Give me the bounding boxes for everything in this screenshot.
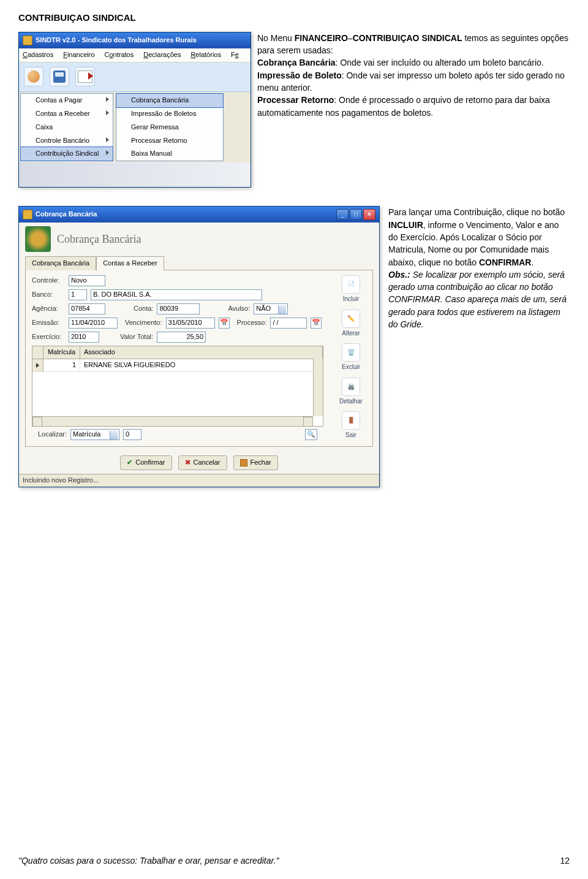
- tabs: Cobrança Bancária Contas a Receber: [19, 256, 379, 270]
- date-picker-button[interactable]: 📅: [219, 318, 230, 329]
- sair-button[interactable]: 🚪Sair: [333, 411, 369, 440]
- table-row[interactable]: 1 ERNANE SILVA FIGUEIREDO: [32, 359, 323, 372]
- avulso-select[interactable]: NÃO: [254, 303, 288, 314]
- menu-relatorios[interactable]: Relatórios: [190, 50, 221, 60]
- row-indicator-icon: [32, 359, 43, 371]
- processo-input[interactable]: / /: [270, 318, 307, 329]
- date-picker-button[interactable]: 📅: [311, 318, 322, 329]
- sindtr-window: SINDTR v2.0 - Sindicato dos Trabalhadore…: [18, 32, 251, 188]
- lbl-avulso: Avulso:: [228, 304, 250, 314]
- client-area: [19, 162, 251, 187]
- close-button[interactable]: ×: [363, 209, 375, 220]
- mi-caixa[interactable]: Caixa: [21, 121, 113, 134]
- valor-total-input[interactable]: 25,50: [157, 332, 206, 343]
- excluir-button[interactable]: 🗑️Excluir: [333, 343, 369, 372]
- confirmar-button[interactable]: ✔Confirmar: [120, 455, 172, 470]
- conta-input[interactable]: 80039: [157, 303, 200, 314]
- contribuicao-submenu: Cobrança Bancária Impressão de Boletos G…: [116, 93, 224, 162]
- check-icon: ✔: [127, 458, 132, 468]
- col-associado[interactable]: Associado: [80, 346, 323, 359]
- menu-fe[interactable]: Fe: [231, 50, 239, 60]
- mi-contas-a-receber[interactable]: Contas a Receber: [21, 107, 113, 121]
- incluir-button[interactable]: 📄Incluir: [333, 275, 369, 304]
- pencil-icon: ✏️: [347, 314, 355, 324]
- bottom-buttons: ✔Confirmar ✖Cancelar Fechar: [19, 452, 379, 473]
- mi-processar-retorno[interactable]: Processar Retorno: [116, 134, 223, 148]
- financeiro-submenu: Contas a Pagar Contas a Receber Caixa Co…: [20, 93, 113, 162]
- x-icon: ✖: [185, 458, 190, 468]
- col-matricula[interactable]: Matrícula: [43, 346, 80, 359]
- menu-contratos[interactable]: Contratos: [105, 50, 134, 60]
- toolbar-exit-button[interactable]: [75, 67, 95, 86]
- fechar-button[interactable]: Fechar: [233, 455, 278, 470]
- localizar-field-select[interactable]: Matrícula: [70, 429, 119, 440]
- header-title: Cobrança Bancária: [57, 231, 141, 247]
- mi-contas-a-pagar[interactable]: Contas a Pagar: [21, 94, 113, 107]
- header: Cobrança Bancária: [19, 223, 379, 256]
- search-button[interactable]: 🔍: [305, 429, 317, 440]
- mi-gerar-remessa[interactable]: Gerar Remessa: [116, 121, 223, 134]
- alterar-button[interactable]: ✏️Alterar: [333, 310, 369, 338]
- cell-matricula: 1: [43, 359, 80, 371]
- titlebar: SINDTR v2.0 - Sindicato dos Trabalhadore…: [19, 32, 251, 48]
- footer-quote: "Quatro coisas para o sucesso: Trabalhar…: [18, 854, 279, 867]
- toolbar: [19, 63, 251, 92]
- horizontal-scrollbar[interactable]: [32, 416, 313, 426]
- row-2: Cobrança Bancária _ □ × Cobrança Bancári…: [18, 206, 570, 487]
- lbl-conta: Conta:: [134, 304, 153, 314]
- mi-contribuicao-sindical[interactable]: Contribuição Sindical: [20, 146, 113, 161]
- form-area: Controle: Novo Banco: 1 B. DO BRASIL S.A…: [26, 270, 330, 446]
- scroll-right-button[interactable]: [303, 417, 313, 427]
- dropdown-menus: Contas a Pagar Contas a Receber Caixa Co…: [19, 92, 251, 163]
- window-body: Cobrança Bancária Cobrança Bancária Cont…: [19, 223, 379, 474]
- minimize-button[interactable]: _: [336, 209, 349, 220]
- banco-code-input[interactable]: 1: [69, 289, 87, 300]
- menu-cadastros[interactable]: Cadastros: [23, 50, 53, 60]
- lbl-vencimento: Vencimento:: [125, 318, 162, 328]
- grid-corner: [32, 346, 43, 359]
- app-icon: [23, 36, 32, 45]
- lbl-agencia: Agência:: [32, 304, 65, 314]
- maximize-button[interactable]: □: [350, 209, 362, 220]
- mi-cobranca-bancaria[interactable]: Cobrança Bancária: [116, 93, 224, 108]
- people-icon: [28, 70, 40, 83]
- menu-financeiro[interactable]: Financeiro: [63, 50, 94, 60]
- tab-panel: Controle: Novo Banco: 1 B. DO BRASIL S.A…: [25, 270, 373, 447]
- titlebar: Cobrança Bancária _ □ ×: [19, 207, 379, 223]
- toolbar-people-button[interactable]: [24, 67, 43, 86]
- controle-input[interactable]: Novo: [69, 275, 105, 286]
- chevron-right-icon: [106, 110, 109, 115]
- detalhar-button[interactable]: 🖨️Detalhar: [333, 378, 369, 406]
- plus-page-icon: 📄: [347, 280, 355, 289]
- window-title: Cobrança Bancária: [36, 210, 97, 219]
- exercicio-input[interactable]: 2010: [69, 332, 99, 343]
- cancelar-button[interactable]: ✖Cancelar: [178, 455, 227, 470]
- page-footer: "Quatro coisas para o sucesso: Trabalhar…: [18, 854, 570, 867]
- vertical-scrollbar[interactable]: [313, 359, 323, 416]
- banco-name-input[interactable]: B. DO BRASIL S.A.: [91, 289, 262, 300]
- scroll-left-button[interactable]: [32, 417, 42, 427]
- toolbar-save-button[interactable]: [50, 67, 69, 86]
- side-buttons: 📄Incluir ✏️Alterar 🗑️Excluir 🖨️Detalhar …: [330, 270, 372, 446]
- vencimento-input[interactable]: 31/05/2010: [166, 318, 215, 329]
- mi-baixa-manual[interactable]: Baixa Manual: [116, 147, 223, 161]
- document-page: CONTRIBUIÇAO SINDICAL SINDTR v2.0 - Sind…: [0, 0, 588, 879]
- mi-controle-bancario[interactable]: Controle Bancário: [21, 134, 113, 148]
- emissao-input[interactable]: 11/04/2010: [69, 318, 118, 329]
- window-title: SINDTR v2.0 - Sindicato dos Trabalhadore…: [36, 36, 197, 45]
- menu-declaracoes[interactable]: Declarações: [143, 50, 181, 60]
- str-logo-icon: [25, 226, 51, 252]
- tab-contas-a-receber[interactable]: Contas a Receber: [96, 256, 164, 270]
- printer-icon: 🖨️: [347, 382, 355, 392]
- lbl-localizar: Localizar:: [38, 430, 67, 440]
- description-1: No Menu FINANCEIRO–CONTRIBUIÇAO SINDICAL…: [257, 32, 570, 119]
- agencia-input[interactable]: 07854: [69, 303, 105, 314]
- section-title: CONTRIBUIÇAO SINDICAL: [18, 11, 570, 25]
- localizar-value-input[interactable]: 0: [123, 429, 141, 440]
- mi-impressao-boletos[interactable]: Impressão de Boletos: [116, 107, 223, 121]
- tab-cobranca-bancaria[interactable]: Cobrança Bancária: [25, 256, 96, 270]
- chevron-right-icon: [106, 150, 109, 155]
- row-1: SINDTR v2.0 - Sindicato dos Trabalhadore…: [18, 32, 570, 188]
- lbl-emissao: Emissão:: [32, 318, 65, 328]
- description-2: Para lançar uma Contribuição, clique no …: [388, 206, 570, 330]
